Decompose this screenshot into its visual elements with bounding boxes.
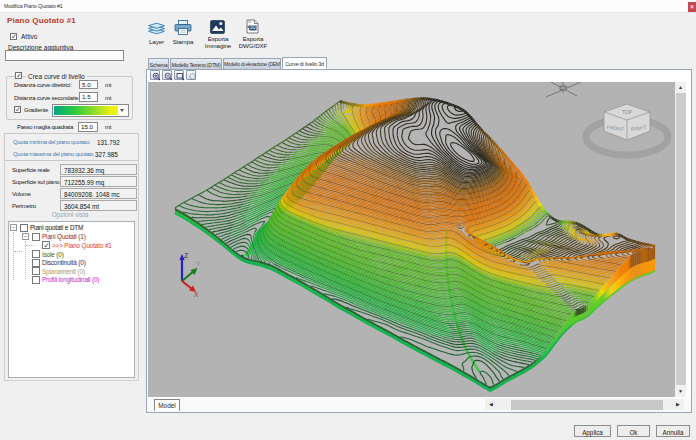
svg-text:Z: Z <box>184 252 189 259</box>
svg-text:Y: Y <box>196 260 201 267</box>
svg-text:TOP: TOP <box>622 109 633 115</box>
svg-text:X: X <box>194 291 199 298</box>
svg-text:3D: 3D <box>250 25 257 30</box>
